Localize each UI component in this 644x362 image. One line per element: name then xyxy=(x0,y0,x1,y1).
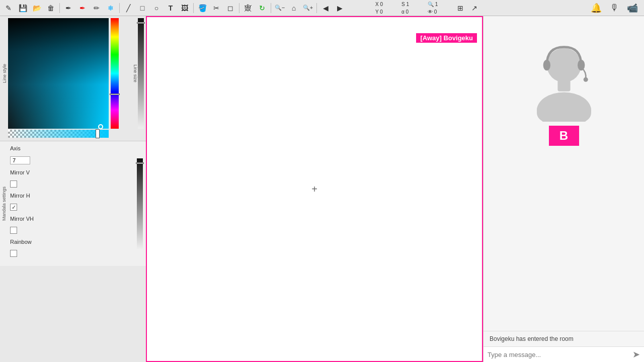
mirror-vh-label: Mirror VH xyxy=(10,216,34,222)
coord-sa: S 1 α 0 xyxy=(401,1,427,16)
eraser-tool[interactable]: ◻ xyxy=(224,2,237,15)
color-gradient-bg xyxy=(8,18,109,129)
mirror-vh-checkbox[interactable] xyxy=(10,227,17,234)
rainbow-label: Rainbow xyxy=(10,239,32,245)
cursor-tool[interactable]: ✎ xyxy=(2,2,15,15)
mirror-v-row: Mirror V xyxy=(10,169,132,175)
top-right-icons-bar: 🔔 🎙 📹 xyxy=(483,0,644,16)
alpha-bar[interactable] xyxy=(8,130,109,138)
alpha-indicator xyxy=(96,129,100,138)
drawing-canvas[interactable]: [Away] Bovigeku + xyxy=(146,16,483,362)
coord-a: α 0 xyxy=(401,8,427,16)
canvas-crosshair: + xyxy=(311,184,317,195)
chat-panel: B Bovigeku has entered the room ➤ xyxy=(483,16,644,362)
user-label: [Away] Bovigeku xyxy=(416,33,477,43)
text-tool[interactable]: T xyxy=(164,2,177,15)
axis-input[interactable] xyxy=(10,156,30,164)
mirror-vh-check-row xyxy=(10,227,132,234)
mandala-settings-content: Axis Mirror V Mirror H ✓ xyxy=(8,141,134,266)
hue-indicator xyxy=(110,94,120,95)
coord-s: S 1 xyxy=(401,1,427,8)
nav-next-tool[interactable]: ▶ xyxy=(333,2,346,15)
edit-tool[interactable]: ✒ xyxy=(62,2,75,15)
svg-rect-5 xyxy=(537,102,591,122)
pencil-tool[interactable]: ✏ xyxy=(90,2,103,15)
zoom-level: 🔍 1 xyxy=(428,1,453,8)
rect-tool[interactable]: □ xyxy=(136,2,149,15)
chat-input-row: ➤ xyxy=(484,346,644,362)
axis-label: Axis xyxy=(10,145,21,151)
camera-icon[interactable]: 📹 xyxy=(627,3,638,14)
user-initial: B xyxy=(559,129,568,143)
axis-row: Axis xyxy=(10,145,132,151)
coord-xy: X 0 Y 0 xyxy=(375,1,400,16)
rainbow-check-row xyxy=(10,250,132,257)
open-tool[interactable]: 📂 xyxy=(30,2,43,15)
circle-tool[interactable]: ○ xyxy=(150,2,163,15)
mandala-size-bar[interactable] xyxy=(137,158,143,249)
zoom-out-tool[interactable]: 🔍− xyxy=(273,2,286,15)
arrow-right-tool[interactable]: ↗ xyxy=(468,2,481,15)
rainbow-row: Rainbow xyxy=(10,239,132,245)
color-indicator xyxy=(98,124,103,129)
size-bar[interactable] xyxy=(138,18,144,129)
mirror-h-checkmark: ✓ xyxy=(12,204,16,211)
separator-3 xyxy=(193,3,194,13)
hue-bar[interactable] xyxy=(111,18,119,129)
mandala-size-indicator xyxy=(136,162,144,164)
separator-4 xyxy=(239,3,239,13)
separator-1 xyxy=(59,3,60,13)
mirror-h-label: Mirror H xyxy=(10,193,30,199)
home-tool[interactable]: ⌂ xyxy=(287,2,300,15)
mandala-section-label: Mandala settings xyxy=(2,187,7,221)
separator-6 xyxy=(316,3,317,13)
pen-tool[interactable]: ✒ xyxy=(76,2,89,15)
mirror-v-check-row xyxy=(10,180,132,188)
mandala-label-container: Mandala settings xyxy=(0,141,8,266)
web-tool[interactable]: 🕸 xyxy=(242,2,255,15)
coord-y: Y 0 xyxy=(375,8,400,16)
color-picker-section: Line style Line size xyxy=(0,16,146,141)
send-icon: ➤ xyxy=(632,349,640,359)
save-tool[interactable]: 💾 xyxy=(16,2,29,15)
mandala-settings-section: Mandala settings Axis Mirror V Mirror H xyxy=(0,141,146,266)
zoom-in-tool[interactable]: 🔍+ xyxy=(301,2,314,15)
mirror-h-checkbox[interactable]: ✓ xyxy=(10,204,17,211)
line-style-label: Line style xyxy=(1,18,8,129)
separator-5 xyxy=(271,3,271,13)
scissors-tool[interactable]: ✂ xyxy=(210,2,223,15)
mirror-h-row: Mirror H xyxy=(10,193,132,199)
user-avatar xyxy=(519,31,609,122)
size-indicator xyxy=(137,22,145,24)
rainbow-checkbox[interactable] xyxy=(10,250,17,257)
svg-point-2 xyxy=(578,60,585,71)
svg-point-0 xyxy=(546,48,581,82)
svg-point-1 xyxy=(543,60,550,71)
extra-tool[interactable]: ⊞ xyxy=(454,2,467,15)
delete-tool[interactable]: 🗑 xyxy=(44,2,57,15)
image-tool[interactable]: 🖼 xyxy=(178,2,191,15)
chat-input[interactable] xyxy=(488,351,628,358)
line-tool[interactable]: ╱ xyxy=(122,2,135,15)
microphone-icon[interactable]: 🎙 xyxy=(610,3,619,13)
svg-rect-6 xyxy=(557,80,570,92)
mirror-v-label: Mirror V xyxy=(10,169,30,175)
send-button[interactable]: ➤ xyxy=(632,349,640,360)
mirror-vh-row: Mirror VH xyxy=(10,216,132,222)
color-gradient-area[interactable] xyxy=(8,18,109,129)
bucket-tool[interactable]: 🪣 xyxy=(196,2,209,15)
chat-avatar-area: B xyxy=(484,16,644,331)
toolbar: ✎ 💾 📂 🗑 ✒ ✒ ✏ ❄ ╱ □ ○ T 🖼 🪣 ✂ ◻ 🕸 ↻ 🔍− ⌂… xyxy=(0,0,483,16)
chat-messages-area: Bovigeku has entered the room xyxy=(484,331,644,346)
mirror-h-check-row: ✓ xyxy=(10,204,132,211)
left-panel: Line style Line size xyxy=(0,16,146,362)
nav-prev-tool[interactable]: ◀ xyxy=(319,2,332,15)
eye-level: 👁 0 xyxy=(428,8,453,16)
refresh-tool[interactable]: ↻ xyxy=(256,2,269,15)
svg-point-3 xyxy=(583,77,588,82)
mirror-v-checkbox[interactable] xyxy=(10,180,17,188)
axis-value-row xyxy=(10,156,132,164)
notification-icon[interactable]: 🔔 xyxy=(591,3,602,14)
coord-zoom: 🔍 1 👁 0 xyxy=(428,1,453,16)
snowflake-tool[interactable]: ❄ xyxy=(104,2,117,15)
